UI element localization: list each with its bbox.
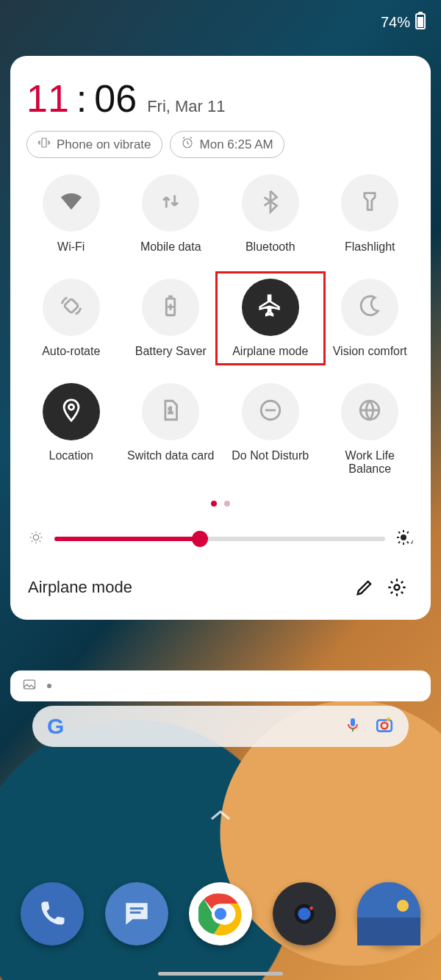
alarm-icon	[181, 136, 194, 153]
edit-button[interactable]	[348, 571, 381, 604]
tile-label: Bluetooth	[245, 240, 295, 254]
camera-app[interactable]	[273, 882, 336, 945]
notification-card[interactable]	[10, 670, 431, 701]
mic-icon[interactable]	[344, 716, 362, 737]
tile-vision-comfort[interactable]: Vision comfort	[323, 279, 418, 358]
messages-app[interactable]	[105, 882, 168, 945]
tile-switch-data-card[interactable]: 1 Switch data card	[123, 383, 219, 476]
brightness-auto-icon[interactable]: A	[395, 529, 413, 549]
footer-title: Airplane mode	[28, 578, 348, 597]
tile-do-not-disturb[interactable]: Do Not Disturb	[223, 383, 318, 476]
status-chips: Phone on vibrate Mon 6:25 AM	[24, 131, 417, 158]
svg-rect-1	[418, 12, 423, 14]
google-logo-icon: G	[47, 714, 64, 739]
tile-label: Auto-rotate	[42, 345, 100, 358]
clock-date: Fri, Mar 11	[147, 97, 225, 116]
clock: 11:06 Fri, Mar 11	[24, 76, 417, 121]
panel-footer: Airplane mode	[24, 571, 417, 604]
brightness-low-icon	[28, 529, 44, 548]
page-dot	[224, 501, 230, 507]
tile-location[interactable]: Location	[24, 383, 119, 476]
svg-point-18	[381, 723, 388, 729]
tile-label: Do Not Disturb	[232, 449, 309, 462]
brightness-row: A	[24, 529, 417, 549]
bluetooth-icon	[258, 189, 283, 217]
vibrate-icon	[37, 136, 51, 153]
gallery-app[interactable]	[357, 882, 420, 945]
svg-rect-16	[351, 718, 355, 726]
google-search-bar[interactable]: G	[32, 706, 409, 747]
alarm-label: Mon 6:25 AM	[200, 137, 273, 152]
svg-rect-3	[42, 138, 46, 147]
tile-label: Battery Saver	[135, 345, 207, 358]
tile-mobile-data[interactable]: Mobile data	[123, 174, 219, 254]
moon-icon	[357, 293, 382, 321]
svg-rect-5	[64, 298, 79, 313]
svg-point-26	[310, 906, 314, 910]
slider-thumb[interactable]	[192, 531, 208, 547]
tile-airplane-mode[interactable]: Airplane mode	[223, 279, 318, 358]
tile-label: Location	[49, 449, 94, 462]
clock-hour: 11	[26, 76, 69, 121]
tiles-grid: Wi-Fi Mobile data Bluetooth Flashlight	[24, 174, 417, 476]
svg-point-29	[397, 900, 409, 912]
svg-point-11	[33, 534, 38, 540]
tile-label: Mobile data	[140, 240, 201, 254]
dnd-icon	[258, 398, 283, 426]
page-dot	[211, 501, 217, 507]
image-icon	[22, 677, 37, 695]
dot-icon	[47, 684, 51, 688]
lens-icon[interactable]	[375, 715, 394, 737]
tile-label: Wi-Fi	[57, 240, 85, 254]
tile-bluetooth[interactable]: Bluetooth	[223, 174, 318, 254]
tile-label: Work Life Balance	[323, 449, 418, 476]
vibrate-label: Phone on vibrate	[57, 137, 151, 152]
mobile-data-icon	[158, 189, 183, 217]
tile-label: Flashlight	[345, 240, 395, 254]
tile-label: Airplane mode	[232, 345, 308, 358]
page-indicator	[24, 501, 417, 507]
brightness-slider[interactable]	[54, 537, 385, 541]
flashlight-icon	[357, 189, 382, 217]
svg-rect-2	[417, 17, 423, 27]
clock-min: 06	[94, 76, 137, 121]
sim-icon: 1	[158, 398, 183, 426]
svg-point-12	[401, 534, 406, 540]
drawer-handle-icon[interactable]	[210, 810, 231, 825]
tile-label: Switch data card	[127, 449, 214, 462]
phone-app[interactable]	[21, 882, 84, 945]
svg-text:1: 1	[168, 406, 173, 415]
svg-text:A: A	[411, 539, 413, 546]
dock	[0, 870, 441, 958]
auto-rotate-icon	[59, 293, 84, 321]
tile-label: Vision comfort	[333, 345, 407, 358]
chrome-app[interactable]	[189, 882, 252, 945]
wifi-icon	[59, 189, 84, 217]
battery-percentage: 74%	[381, 14, 410, 31]
slider-fill	[54, 537, 200, 541]
tile-wifi[interactable]: Wi-Fi	[24, 174, 119, 254]
tile-work-life-balance[interactable]: Work Life Balance	[323, 383, 418, 476]
tile-auto-rotate[interactable]: Auto-rotate	[24, 279, 119, 358]
vibrate-chip[interactable]: Phone on vibrate	[26, 131, 162, 158]
alarm-chip[interactable]: Mon 6:25 AM	[170, 131, 284, 158]
location-icon	[59, 398, 84, 426]
settings-button[interactable]	[381, 571, 413, 604]
status-bar: 74%	[0, 0, 441, 44]
tile-flashlight[interactable]: Flashlight	[323, 174, 418, 254]
svg-point-14	[395, 585, 400, 590]
gesture-bar[interactable]	[158, 972, 283, 976]
svg-point-7	[68, 404, 74, 409]
airplane-icon	[258, 293, 283, 321]
svg-rect-28	[357, 918, 420, 945]
battery-saver-icon	[158, 293, 183, 321]
battery-icon	[415, 12, 426, 33]
svg-rect-19	[387, 718, 390, 720]
quick-settings-panel: 11:06 Fri, Mar 11 Phone on vibrate Mon 6…	[10, 56, 431, 620]
svg-point-25	[298, 907, 311, 920]
globe-icon	[357, 398, 382, 426]
tile-battery-saver[interactable]: Battery Saver	[123, 279, 219, 358]
